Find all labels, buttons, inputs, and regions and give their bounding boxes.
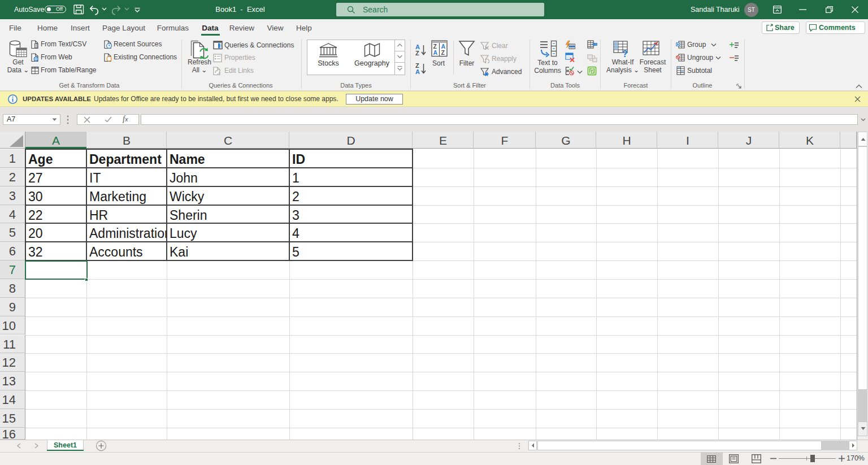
- svg-text:Z: Z: [415, 50, 419, 57]
- svg-text:Z: Z: [441, 49, 445, 56]
- svg-text:?: ?: [622, 49, 628, 58]
- svg-text:A: A: [433, 49, 438, 56]
- svg-text:A: A: [415, 68, 420, 75]
